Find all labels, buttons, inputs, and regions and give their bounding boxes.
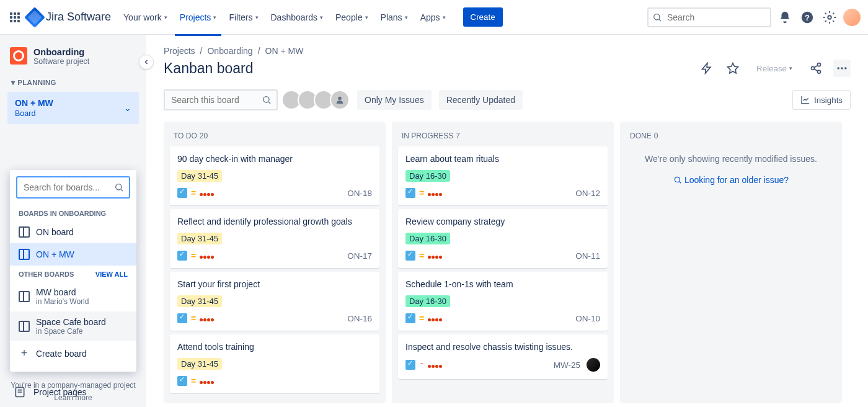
board-search-input[interactable] [164, 89, 278, 110]
jira-logo-icon [24, 7, 45, 28]
issue-card[interactable]: Review company strategyDay 16-30=ON-11 [398, 209, 608, 268]
epic-tag[interactable]: Day 31-45 [177, 233, 222, 244]
card-title: Start your first project [177, 279, 372, 289]
board-search[interactable] [164, 89, 278, 110]
issue-card[interactable]: Attend tools trainingDay 31-45= [170, 334, 379, 393]
app-switcher-icon[interactable] [7, 10, 22, 25]
epic-tag[interactable]: Day 16-30 [405, 295, 450, 307]
nav-plans[interactable]: Plans▾ [376, 9, 413, 26]
svg-text:?: ? [805, 12, 810, 22]
create-board-item[interactable]: + Create board [10, 341, 136, 365]
board-column: TO DO2090 day check-in with managerDay 3… [164, 122, 386, 403]
epic-tag[interactable]: Day 16-30 [405, 233, 450, 244]
column-header: IN PROGRESS7 [398, 128, 608, 146]
issue-card[interactable]: Schedule 1-on-1s with teamDay 16-30=ON-1… [398, 272, 608, 331]
board-option[interactable]: MW boardin Mario's World [10, 282, 136, 311]
nav-dashboards[interactable]: Dashboards▾ [266, 9, 329, 26]
section-planning[interactable]: ▾ PLANNING [5, 76, 141, 89]
issue-card[interactable]: Start your first projectDay 31-45=ON-16 [170, 272, 379, 331]
search-input[interactable] [647, 7, 771, 27]
done-message: We're only showing recently modified iss… [626, 146, 836, 171]
board-selector[interactable]: ON + MW Board ⌄ [7, 92, 139, 124]
release-button[interactable]: Release▾ [750, 60, 799, 77]
project-icon [10, 47, 27, 65]
global-search[interactable] [647, 7, 771, 27]
task-type-icon [177, 251, 187, 261]
issue-card[interactable]: Learn about team ritualsDay 16-30=ON-12 [398, 146, 608, 205]
card-title: 90 day check-in with manager [177, 154, 372, 164]
nav-filters[interactable]: Filters▾ [224, 9, 263, 26]
top-nav: Jira Software Your work▾Projects▾Filters… [0, 0, 868, 35]
learn-more-link[interactable]: Learn more [0, 393, 146, 402]
chart-icon [800, 95, 810, 105]
board-icon [19, 321, 30, 332]
notifications-icon[interactable] [776, 9, 794, 26]
board-icon [19, 226, 30, 238]
svg-point-8 [818, 70, 821, 73]
add-people-icon[interactable] [330, 90, 350, 110]
status-dots-icon [200, 313, 215, 323]
issue-card[interactable]: Inspect and resolve chassis twisting iss… [398, 334, 608, 379]
svg-point-5 [116, 184, 122, 190]
priority-medium-icon: = [419, 188, 424, 198]
automation-icon[interactable] [698, 60, 715, 77]
sidebar-toggle[interactable] [139, 55, 154, 69]
older-issue-link[interactable]: Looking for an older issue? [673, 175, 789, 185]
status-dots-icon [200, 251, 215, 261]
task-type-icon [405, 313, 415, 323]
settings-icon[interactable] [821, 9, 838, 26]
board-option[interactable]: Space Cafe boardin Space Cafe [10, 311, 136, 341]
priority-medium-icon: = [191, 251, 196, 261]
breadcrumb-item[interactable]: ON + MW [265, 46, 304, 56]
board-option[interactable]: ON + MW [10, 243, 136, 266]
view-all-link[interactable]: VIEW ALL [95, 271, 128, 278]
project-header[interactable]: Onboarding Software project [5, 47, 141, 76]
search-icon [114, 182, 124, 192]
svg-point-7 [812, 67, 815, 70]
nav-projects[interactable]: Projects▾ [175, 9, 222, 26]
board-search-input[interactable] [16, 176, 130, 199]
board-dropdown: BOARDS IN ONBOARDING ON boardON + MW OTH… [10, 170, 136, 372]
main-content: Projects/Onboarding/ON + MW Kanban board… [146, 35, 868, 407]
breadcrumb-item[interactable]: Onboarding [207, 46, 252, 56]
nav-people[interactable]: People▾ [330, 9, 373, 26]
logo-text: Jira Software [46, 11, 111, 24]
priority-medium-icon: = [191, 376, 196, 386]
project-name: Onboarding [33, 47, 89, 57]
share-icon[interactable] [807, 60, 825, 77]
insights-button[interactable]: Insights [792, 90, 851, 110]
breadcrumb-item[interactable]: Projects [164, 46, 195, 56]
help-icon[interactable]: ? [799, 9, 816, 26]
assignee-avatars[interactable] [285, 90, 350, 110]
issue-card[interactable]: Reflect and identify professional growth… [170, 209, 379, 268]
create-button[interactable]: Create [463, 7, 503, 27]
nav-apps[interactable]: Apps▾ [415, 9, 451, 26]
board-option[interactable]: ON board [10, 221, 136, 243]
star-icon[interactable] [724, 60, 742, 77]
more-icon[interactable] [833, 60, 851, 77]
column-header: DONE0 [626, 128, 836, 146]
only-my-issues-button[interactable]: Only My Issues [357, 90, 432, 110]
search-icon [652, 12, 662, 22]
epic-tag[interactable]: Day 31-45 [177, 295, 222, 307]
nav-your-work[interactable]: Your work▾ [118, 9, 172, 26]
logo[interactable]: Jira Software [27, 10, 111, 25]
status-dots-icon [200, 188, 215, 198]
priority-medium-icon: = [419, 313, 424, 323]
svg-point-6 [818, 63, 821, 66]
issue-key: ON-10 [575, 314, 600, 323]
svg-point-12 [264, 97, 269, 102]
svg-point-9 [838, 67, 839, 69]
page-title: Kanban board [164, 60, 254, 77]
issue-key: ON-18 [347, 189, 372, 198]
nav-links: Your work▾Projects▾Filters▾Dashboards▾Pe… [118, 9, 451, 26]
priority-medium-icon: = [191, 188, 196, 198]
epic-tag[interactable]: Day 31-45 [177, 358, 222, 370]
epic-tag[interactable]: Day 31-45 [177, 170, 222, 182]
task-type-icon [177, 188, 187, 198]
issue-card[interactable]: 90 day check-in with managerDay 31-45=ON… [170, 146, 379, 205]
user-avatar[interactable] [843, 9, 861, 26]
assignee-avatar[interactable] [587, 358, 600, 372]
recently-updated-button[interactable]: Recently Updated [439, 90, 523, 110]
epic-tag[interactable]: Day 16-30 [405, 170, 450, 182]
